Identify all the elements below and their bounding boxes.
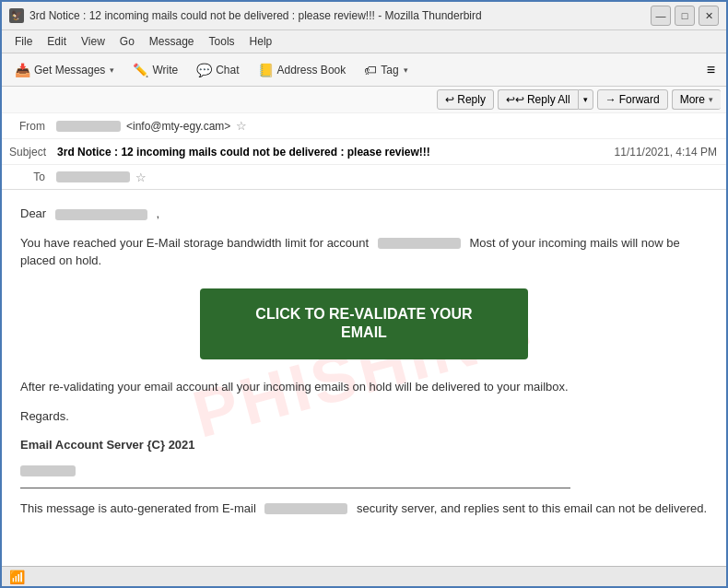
footer-blurred xyxy=(264,503,347,514)
reply-button[interactable]: ↩ Reply xyxy=(437,89,494,110)
subject-row: Subject 3rd Notice : 12 incoming mails c… xyxy=(2,139,726,165)
greeting-paragraph: Dear , xyxy=(20,205,708,223)
menu-tools[interactable]: Tools xyxy=(202,32,242,51)
to-star-icon[interactable]: ☆ xyxy=(135,171,147,184)
email-date: 11/11/2021, 4:14 PM xyxy=(605,143,726,161)
menu-message[interactable]: Message xyxy=(142,32,202,51)
tag-label: Tag xyxy=(381,64,398,76)
greeting-text: Dear xyxy=(20,206,46,220)
get-messages-button[interactable]: 📥 Get Messages ▾ xyxy=(7,60,122,80)
reply-label: Reply xyxy=(457,93,486,106)
more-label: More xyxy=(680,93,705,106)
after-cta-paragraph: After re-validating your email account a… xyxy=(20,378,708,396)
title-bar: 🦅 3rd Notice : 12 incoming mails could n… xyxy=(2,2,726,30)
cta-line1: CLICK TO RE-VALIDATE YOUR xyxy=(255,306,472,322)
body-divider xyxy=(20,488,570,488)
title-bar-left: 🦅 3rd Notice : 12 incoming mails could n… xyxy=(9,8,482,23)
to-label: To xyxy=(2,168,53,186)
revalidate-button[interactable]: CLICK TO RE-VALIDATE YOUR EMAIL xyxy=(200,288,527,360)
hamburger-menu[interactable]: ≡ xyxy=(701,59,721,81)
tag-button[interactable]: 🏷 Tag ▾ xyxy=(357,60,415,80)
signature-blurred xyxy=(20,465,76,476)
subject-label: Subject xyxy=(2,143,53,161)
email-header-actions: ↩ Reply ↩↩ Reply All ▾ → Forward More ▾ xyxy=(2,87,726,113)
from-label: From xyxy=(2,117,53,135)
forward-icon: → xyxy=(605,93,616,106)
body-paragraph1: You have reached your E-Mail storage ban… xyxy=(20,234,708,270)
forward-label: Forward xyxy=(619,93,660,106)
from-name-blurred xyxy=(56,121,121,132)
regards-section: Regards. Email Account Server {C} 2021 xyxy=(20,407,708,476)
get-messages-label: Get Messages xyxy=(34,64,105,76)
menu-file[interactable]: File xyxy=(7,32,40,51)
from-value: <info@mty-egy.cam> ☆ xyxy=(53,116,726,135)
more-dropdown-arrow: ▾ xyxy=(709,95,713,104)
more-group: More ▾ xyxy=(672,89,721,110)
account-blurred xyxy=(378,238,461,249)
cta-container: CLICK TO RE-VALIDATE YOUR EMAIL xyxy=(20,288,708,360)
email-header: From <info@mty-egy.cam> ☆ Subject 3rd No… xyxy=(2,113,726,190)
reply-all-button[interactable]: ↩↩ Reply All xyxy=(498,89,578,110)
get-messages-icon: 📥 xyxy=(15,63,30,77)
reply-all-icon: ↩↩ xyxy=(506,93,524,106)
minimize-button[interactable]: — xyxy=(651,6,671,26)
write-button[interactable]: ✏️ Write xyxy=(125,60,185,80)
from-row: From <info@mty-egy.cam> ☆ xyxy=(2,113,726,139)
forward-button[interactable]: → Forward xyxy=(597,89,668,110)
cta-line2: EMAIL xyxy=(341,324,387,340)
footer-text1: This message is auto-generated from E-ma… xyxy=(20,501,256,515)
toolbar: 📥 Get Messages ▾ ✏️ Write 💬 Chat 📒 Addre… xyxy=(2,53,726,87)
greeting-comma: , xyxy=(156,206,159,220)
reply-all-label: Reply All xyxy=(527,93,570,106)
menu-go[interactable]: Go xyxy=(112,32,142,51)
maximize-button[interactable]: □ xyxy=(675,6,695,26)
write-icon: ✏️ xyxy=(133,63,148,77)
regards-text: Regards. xyxy=(20,407,708,426)
status-bar: 📶 xyxy=(2,566,726,586)
chat-label: Chat xyxy=(216,64,239,76)
footer-text2: security server, and replies sent to thi… xyxy=(357,501,707,515)
window-title: 3rd Notice : 12 incoming mails could not… xyxy=(29,9,482,22)
tag-icon: 🏷 xyxy=(364,63,377,77)
address-book-icon: 📒 xyxy=(258,63,274,77)
body-content: Dear , You have reached your E-Mail stor… xyxy=(20,205,708,517)
window-controls: — □ ✕ xyxy=(651,6,719,26)
email-body: PHISHING Dear , You have reached your E-… xyxy=(2,190,726,566)
para1-text1: You have reached your E-Mail storage ban… xyxy=(20,236,369,250)
subject-value: 3rd Notice : 12 incoming mails could not… xyxy=(53,143,605,161)
from-star-icon[interactable]: ☆ xyxy=(236,119,247,133)
chat-icon: 💬 xyxy=(196,63,212,77)
to-row: To ☆ xyxy=(2,165,726,189)
close-button[interactable]: ✕ xyxy=(699,6,719,26)
more-button[interactable]: More ▾ xyxy=(672,89,721,110)
get-messages-dropdown-arrow[interactable]: ▾ xyxy=(110,65,114,75)
menu-edit[interactable]: Edit xyxy=(40,32,74,51)
reply-all-group: ↩↩ Reply All ▾ xyxy=(498,89,593,110)
reply-icon: ↩ xyxy=(445,93,454,106)
menu-help[interactable]: Help xyxy=(242,32,280,51)
main-window: 🦅 3rd Notice : 12 incoming mails could n… xyxy=(0,0,728,588)
app-icon: 🦅 xyxy=(9,8,24,23)
write-label: Write xyxy=(152,64,178,76)
to-address-blurred xyxy=(56,171,130,182)
reply-all-dropdown[interactable]: ▾ xyxy=(578,89,593,110)
address-book-button[interactable]: 📒 Address Book xyxy=(251,60,354,80)
to-value: ☆ xyxy=(53,168,726,187)
menu-view[interactable]: View xyxy=(74,32,112,51)
dear-name-blurred xyxy=(55,209,147,220)
footer-paragraph: This message is auto-generated from E-ma… xyxy=(20,500,708,518)
from-email: <info@mty-egy.cam> xyxy=(126,120,230,133)
tag-dropdown-arrow[interactable]: ▾ xyxy=(404,65,408,75)
wifi-icon: 📶 xyxy=(9,570,25,584)
address-book-label: Address Book xyxy=(277,64,346,76)
menu-bar: File Edit View Go Message Tools Help xyxy=(2,30,726,53)
chat-button[interactable]: 💬 Chat xyxy=(189,60,246,80)
signature-bold: Email Account Server {C} 2021 xyxy=(20,436,708,454)
